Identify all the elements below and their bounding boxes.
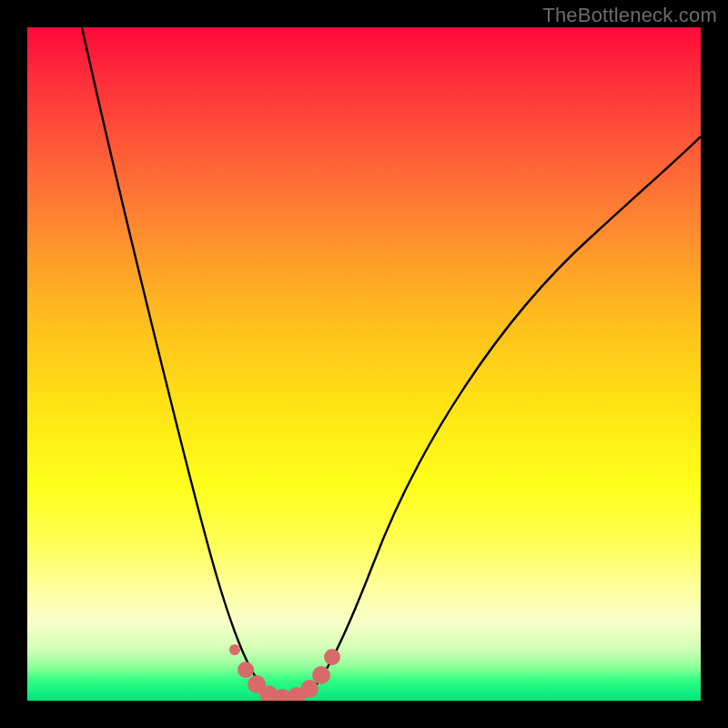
- curve-svg: [27, 27, 701, 701]
- watermark-text: TheBottleneck.com: [542, 4, 717, 27]
- marker-dot: [324, 649, 340, 665]
- chart-frame: TheBottleneck.com: [0, 0, 728, 728]
- marker-dot: [238, 662, 254, 678]
- marker-dot: [312, 666, 330, 684]
- marker-dot: [229, 644, 240, 655]
- optimal-zone-markers: [229, 644, 340, 701]
- bottleneck-curve: [82, 27, 701, 699]
- plot-area: [27, 27, 701, 701]
